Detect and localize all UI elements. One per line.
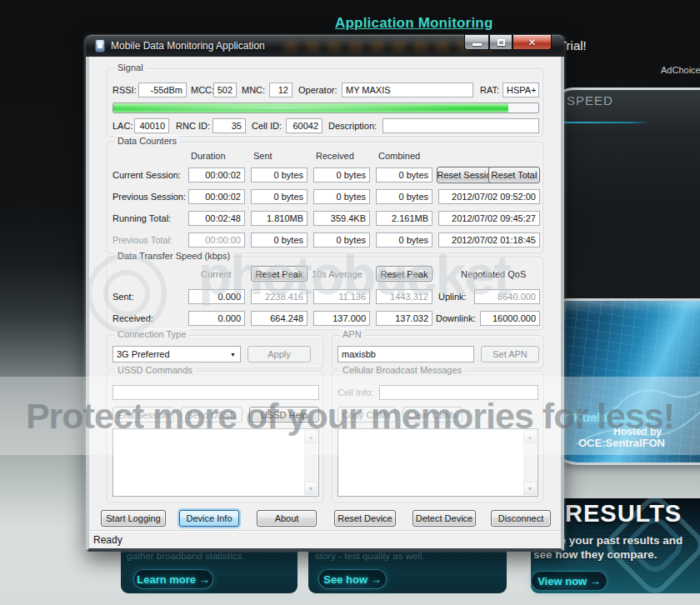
- scroll-up-icon[interactable]: ▲: [304, 430, 318, 443]
- minimize-icon: [472, 43, 482, 46]
- maximize-icon: [498, 39, 505, 46]
- results-line1: See your past results and: [546, 534, 682, 547]
- panel2-teaser: story - test quality as well.: [315, 551, 425, 561]
- set-apn-button[interactable]: Set APN: [481, 346, 539, 362]
- results-title: RESULTS: [565, 500, 682, 528]
- downlink-label: Downlink:: [436, 313, 476, 323]
- current-session-label: Current Session:: [112, 170, 181, 180]
- running-total-duration: 00:02:48: [188, 211, 245, 226]
- window-title: Mobile Data Monitoring Application: [111, 40, 265, 52]
- cbm-group: Cellular Broadcast Messages Cell Info: C…: [332, 371, 543, 502]
- host-name-label: OCE:SentralFON: [578, 437, 665, 449]
- current-session-combined: 0 bytes: [376, 168, 432, 182]
- running-total-received: 359.4KB: [313, 211, 370, 226]
- mcc-label: MCC:: [191, 85, 214, 95]
- signal-group-label: Signal: [114, 62, 147, 72]
- previous-session-received: 0 bytes: [313, 189, 370, 204]
- previous-session-label: Previous Session:: [112, 192, 186, 202]
- disconnect-button[interactable]: Disconnect: [491, 510, 551, 527]
- start-logging-button[interactable]: Start Logging: [101, 510, 166, 527]
- learn-more-button[interactable]: Learn more →: [133, 569, 213, 589]
- cbm-list[interactable]: ▲ ▼: [338, 428, 538, 497]
- speed-received-label: Received:: [112, 313, 153, 323]
- panel1-teaser: gather broadband statistics.: [127, 551, 244, 561]
- previous-session-timestamp: 2012/07/02 09:52:00: [438, 189, 540, 204]
- ussd-input[interactable]: [112, 385, 319, 400]
- running-total-timestamp: 2012/07/02 09:45:27: [438, 211, 540, 226]
- scroll-up-icon[interactable]: ▲: [523, 430, 537, 443]
- close-button[interactable]: ✕: [512, 35, 552, 50]
- rat-field: HSPA+: [502, 82, 539, 98]
- received-peak-field: 664.248: [251, 311, 308, 326]
- apn-input[interactable]: maxisbb: [338, 346, 474, 362]
- connection-type-group-label: Connection Type: [114, 329, 189, 339]
- status-text: Ready: [93, 534, 122, 546]
- downlink-field: 16000.000: [480, 311, 540, 326]
- signal-group: Signal RSSI: -55dBm MCC: 502 MNC: 12 Ope…: [107, 68, 543, 137]
- hosted-by-label: Hosted by: [613, 426, 662, 438]
- ussd-group: USSD Commands End Session Send USSD USSD…: [107, 371, 323, 502]
- window-client-area: Signal RSSI: -55dBm MCC: 502 MNC: 12 Ope…: [86, 57, 564, 552]
- ussd-help-button[interactable]: USSD Help: [249, 407, 319, 422]
- description-field[interactable]: [382, 118, 539, 133]
- signal-strength-fill: [113, 103, 508, 112]
- running-total-label: Running Total:: [112, 213, 171, 223]
- about-button[interactable]: About: [257, 510, 317, 527]
- previous-session-duration: 00:00:02: [188, 189, 245, 204]
- end-session-button[interactable]: End Session: [112, 407, 174, 422]
- uplink-label: Uplink:: [438, 292, 467, 302]
- data-counters-group: Data Counters Duration Sent Received Com…: [107, 142, 543, 253]
- received-avg-peak-field: 137.032: [376, 311, 432, 326]
- page-floor: [0, 593, 700, 605]
- app-window: Mobile Data Monitoring Application ✕ Sig…: [86, 35, 564, 552]
- rssi-label: RSSI:: [112, 85, 137, 95]
- clear-cbms-button[interactable]: Clear CBMs: [402, 407, 462, 422]
- mnc-field: 12: [269, 82, 292, 98]
- page-heading-link[interactable]: Application Monitoring: [335, 15, 492, 32]
- cell-id-label: Cell ID:: [252, 121, 282, 131]
- minimize-button[interactable]: [464, 35, 489, 50]
- device-info-button[interactable]: Device Info: [179, 510, 239, 527]
- apn-group: APN maxisbb Set APN: [332, 335, 543, 368]
- speed-group: Data Transfer Speed (kbps) Current Reset…: [107, 257, 543, 330]
- status-bar: Ready: [89, 530, 561, 548]
- rnc-id-label: RNC ID:: [176, 121, 210, 131]
- maximize-button[interactable]: [489, 35, 512, 50]
- see-how-button[interactable]: See how →: [318, 569, 387, 589]
- scroll-down-icon[interactable]: ▼: [304, 482, 318, 495]
- chevron-down-icon: ▼: [230, 352, 236, 358]
- reset-total-button[interactable]: Reset Total: [488, 167, 540, 183]
- operator-label: Operator:: [298, 85, 337, 95]
- detect-device-button[interactable]: Detect Device: [412, 510, 476, 527]
- duration-header: Duration: [191, 151, 226, 161]
- adchoice-label[interactable]: AdChoice: [661, 65, 700, 75]
- avg-header: 10s Average: [312, 269, 362, 279]
- running-total-sent: 1.810MB: [251, 211, 308, 226]
- reset-device-button[interactable]: Reset Device: [334, 510, 396, 527]
- ussd-list-scrollbar[interactable]: ▲ ▼: [304, 430, 318, 495]
- lac-label: LAC:: [112, 121, 132, 131]
- reset-peak-sent-button[interactable]: Reset Peak: [251, 266, 308, 282]
- scroll-down-icon[interactable]: ▼: [523, 482, 537, 495]
- operator-field: MY MAXIS: [342, 82, 473, 98]
- speed-group-label: Data Transfer Speed (kbps): [114, 251, 233, 261]
- previous-total-sent: 0 bytes: [251, 232, 308, 248]
- city-label: Kuala Lumpur: [573, 410, 658, 424]
- sent-header: Sent: [253, 151, 272, 161]
- cell-info-input[interactable]: [379, 385, 538, 400]
- connection-type-dropdown[interactable]: 3G Preferred ▼: [112, 346, 241, 362]
- received-avg-field: 137.000: [313, 311, 370, 326]
- cbm-group-label: Cellular Broadcast Messages: [339, 365, 465, 375]
- send-ussd-button[interactable]: Send USSD: [181, 407, 242, 422]
- copy-cbms-button[interactable]: Copy CBMs: [338, 407, 396, 422]
- speed-panel-divider: [554, 122, 650, 123]
- apn-group-label: APN: [339, 329, 365, 339]
- reset-peak-avg-button[interactable]: Reset Peak: [376, 266, 432, 282]
- app-phone-icon: [95, 39, 105, 52]
- lac-field: 40010: [134, 118, 169, 133]
- cbm-list-scrollbar[interactable]: ▲ ▼: [523, 430, 537, 495]
- ussd-response-list[interactable]: ▲ ▼: [112, 428, 319, 497]
- view-now-button[interactable]: View now →: [531, 571, 608, 591]
- apply-button[interactable]: Apply: [248, 346, 311, 362]
- title-bar[interactable]: Mobile Data Monitoring Application ✕: [86, 35, 564, 57]
